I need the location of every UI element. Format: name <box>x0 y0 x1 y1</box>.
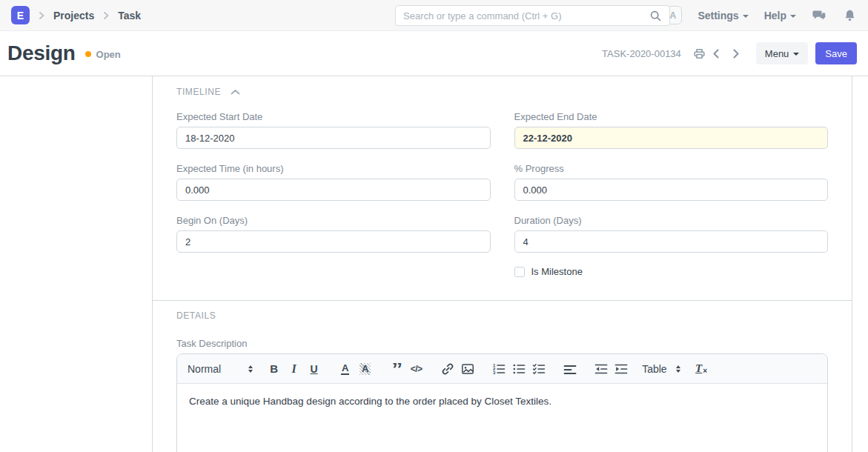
expected-time-label: Expected Time (in hours) <box>176 163 491 174</box>
image-icon[interactable] <box>457 359 477 379</box>
notifications-bell-icon[interactable] <box>842 8 857 23</box>
field-expected-end-date: Expected End Date <box>514 111 829 149</box>
task-description-label: Task Description <box>176 338 828 349</box>
page-actions: TASK-2020-00134 Menu Save <box>602 42 857 64</box>
progress-input[interactable] <box>514 179 829 201</box>
text-color-icon[interactable]: A <box>335 359 355 379</box>
document-id: TASK-2020-00134 <box>602 48 681 59</box>
expected-start-date-label: Expected Start Date <box>176 111 491 122</box>
top-navbar: E Projects Task Search or type a command… <box>0 0 868 31</box>
italic-icon[interactable]: I <box>284 359 304 379</box>
menu-button-label: Menu <box>765 48 789 59</box>
outdent-icon[interactable] <box>591 359 611 379</box>
link-icon[interactable] <box>437 359 457 379</box>
breadcrumb-task[interactable]: Task <box>118 10 141 21</box>
timeline-section-title: TIMELINE <box>176 87 221 97</box>
blockquote-icon[interactable]: ” <box>386 363 406 375</box>
field-progress: % Progress <box>514 163 829 201</box>
updown-arrows-icon <box>248 365 253 373</box>
status-badge: Open <box>96 49 121 60</box>
expected-time-input[interactable] <box>176 179 491 201</box>
breadcrumb-chevron-icon <box>36 10 47 21</box>
breadcrumb-chevron-icon <box>101 10 111 21</box>
expected-end-date-input[interactable] <box>514 127 829 149</box>
bold-icon[interactable]: B <box>264 359 284 379</box>
code-icon[interactable]: </> <box>406 359 426 379</box>
begin-on-label: Begin On (Days) <box>176 215 491 226</box>
duration-label: Duration (Days) <box>514 215 829 226</box>
background-color-icon[interactable]: A <box>355 359 375 379</box>
global-search-input[interactable]: Search or type a command (Ctrl + G) <box>395 5 670 26</box>
search-icon <box>649 10 662 22</box>
field-task-description: Task Description Normal B I U <box>176 338 828 452</box>
help-label: Help <box>764 10 786 21</box>
task-description-editor[interactable]: Create a unique Handbag design according… <box>177 384 827 452</box>
checklist-icon[interactable] <box>529 359 549 379</box>
save-button[interactable]: Save <box>815 42 857 64</box>
duration-input[interactable] <box>514 230 829 253</box>
details-section-title: DETAILS <box>176 310 216 321</box>
details-section-head: DETAILS <box>176 310 828 321</box>
details-section: DETAILS Task Description Normal B <box>153 301 852 452</box>
form-card: TIMELINE Expected Start Date Expected En… <box>152 76 852 452</box>
search-placeholder: Search or type a command (Ctrl + G) <box>403 10 649 21</box>
table-select-label: Table <box>642 363 666 375</box>
app-logo[interactable]: E <box>11 6 30 24</box>
indent-icon[interactable] <box>611 359 631 379</box>
timeline-field-grid: Expected Start Date Expected End Date Ex… <box>176 97 828 277</box>
chat-icon[interactable] <box>812 8 826 23</box>
begin-on-input[interactable] <box>176 230 491 253</box>
ordered-list-icon[interactable]: 1 2 3 <box>488 359 508 379</box>
chevron-down-icon <box>793 53 799 56</box>
field-duration: Duration (Days) <box>514 215 829 253</box>
progress-label: % Progress <box>514 163 829 174</box>
breadcrumb-projects[interactable]: Projects <box>53 10 94 21</box>
timeline-section-toggle[interactable]: TIMELINE <box>176 87 828 97</box>
page-content: TIMELINE Expected Start Date Expected En… <box>0 76 868 452</box>
page-title: Design <box>7 41 76 65</box>
paragraph-style-value: Normal <box>188 363 221 375</box>
is-milestone-checkbox[interactable] <box>514 267 525 277</box>
rich-text-editor: Normal B I U A <box>176 353 828 452</box>
is-milestone-label: Is Milestone <box>531 266 583 277</box>
chevron-down-icon <box>790 15 796 18</box>
task-description-text: Create a unique Handbag design according… <box>189 396 815 407</box>
settings-label: Settings <box>698 10 738 21</box>
menu-button[interactable]: Menu <box>756 42 809 64</box>
field-expected-time: Expected Time (in hours) <box>176 163 491 201</box>
settings-menu[interactable]: Settings <box>698 10 748 21</box>
field-begin-on: Begin On (Days) <box>176 215 491 253</box>
previous-document-icon[interactable] <box>709 46 724 61</box>
expected-end-date-label: Expected End Date <box>514 111 829 122</box>
remove-format-icon[interactable]: T × <box>692 359 712 379</box>
align-icon[interactable] <box>560 359 580 379</box>
page-head: Design Open TASK-2020-00134 Menu Save <box>0 31 868 76</box>
updown-arrows-icon <box>676 365 680 373</box>
editor-toolbar: Normal B I U A <box>177 354 827 384</box>
chevron-up-icon <box>231 89 240 96</box>
help-menu[interactable]: Help <box>764 10 796 21</box>
underline-icon[interactable]: U <box>304 359 324 379</box>
navbar-right-cluster: A Settings Help <box>663 6 857 24</box>
expected-start-date-input[interactable] <box>176 127 491 149</box>
table-select[interactable]: Table <box>642 363 680 375</box>
status-indicator-dot <box>85 51 91 57</box>
print-icon[interactable] <box>692 46 707 61</box>
next-document-icon[interactable] <box>729 46 743 61</box>
field-expected-start-date: Expected Start Date <box>176 111 491 149</box>
svg-text:3: 3 <box>493 370 496 375</box>
paragraph-style-select[interactable]: Normal <box>188 363 253 375</box>
bullet-list-icon[interactable] <box>508 359 529 379</box>
timeline-section: TIMELINE Expected Start Date Expected En… <box>153 76 852 301</box>
chevron-down-icon <box>743 15 749 18</box>
field-is-milestone: Is Milestone <box>514 266 829 277</box>
